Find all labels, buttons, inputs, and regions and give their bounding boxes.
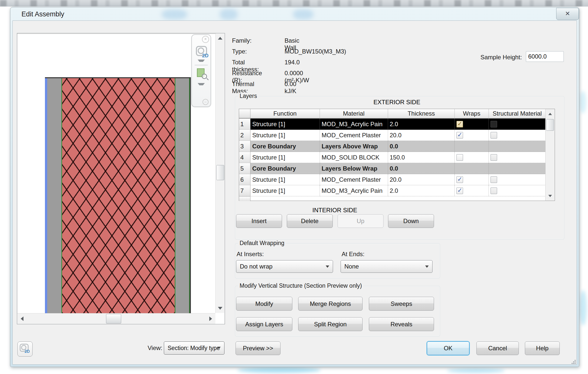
assign-layers-button[interactable]: Assign Layers (236, 317, 292, 331)
type-label: Type: (232, 48, 247, 55)
sample-height-label: Sample Height: (480, 54, 522, 61)
nav-close-icon[interactable]: ✕ (202, 36, 209, 43)
layer-row-5-core-boundary[interactable]: 5 Core Boundary Layers Below Wrap 0.0 (239, 163, 546, 174)
layers-table: Function Material Thickness Wraps Struct… (239, 109, 555, 201)
preview-2d-button[interactable]: 2D (17, 341, 33, 357)
scroll-up-button[interactable] (216, 33, 225, 43)
layer-row-7[interactable]: 7 Structure [1] MOD_M3_Acrylic Pain 2.0 (239, 185, 546, 196)
glass-reflection (162, 9, 187, 19)
ok-button[interactable]: OK (427, 341, 469, 355)
preview-vertical-scrollbar[interactable] (215, 33, 225, 313)
layer-row-3-core-boundary[interactable]: 3 Core Boundary Layers Above Wrap 0.0 (239, 141, 546, 152)
scroll-down-button[interactable] (216, 303, 225, 313)
wall-layer-plaster-right (175, 78, 189, 313)
layer-row-4[interactable]: 4 Structure [1] MOD_SOLID BLOCK 150.0 (239, 152, 546, 163)
preview-horizontal-scrollbar[interactable] (17, 313, 215, 324)
structural-checkbox[interactable] (491, 154, 497, 161)
scroll-left-button[interactable] (17, 313, 27, 324)
ribbon-blur (0, 0, 588, 7)
layer-row-1[interactable]: 1 Structure [1] MOD_M3_Acrylic Pain 2.0 (239, 119, 546, 130)
table-vertical-scrollbar[interactable] (545, 109, 555, 201)
dialog-title: Edit Assembly (21, 10, 64, 18)
edit-assembly-dialog: Edit Assembly ✕ ✕ 2D (10, 7, 579, 367)
close-button[interactable]: ✕ (556, 8, 579, 20)
column-header-structural[interactable]: Structural Material (489, 109, 546, 118)
help-button[interactable]: Help (525, 341, 560, 355)
column-header-wraps[interactable]: Wraps (455, 109, 489, 118)
column-header-material[interactable]: Material (320, 109, 388, 118)
structural-checkbox[interactable] (491, 176, 497, 183)
column-header-thickness[interactable]: Thickness (388, 109, 455, 118)
up-button[interactable]: Up (338, 214, 384, 228)
screen: Edit Assembly ✕ ✕ 2D (0, 0, 588, 374)
background-app-ribbon (0, 0, 588, 7)
total-thickness-value: 194.0 (285, 59, 300, 66)
2d-label: 2D (202, 53, 209, 59)
delete-button[interactable]: Delete (287, 214, 333, 228)
scroll-up-button[interactable] (546, 110, 554, 118)
resize-grip[interactable] (571, 360, 576, 364)
split-region-button[interactable]: Split Region (298, 317, 363, 331)
insert-button[interactable]: Insert (236, 214, 282, 228)
background-blur-blob (580, 290, 587, 326)
background-blur-blob (447, 368, 505, 373)
merge-regions-button[interactable]: Merge Regions (298, 297, 363, 311)
layer-row-2[interactable]: 2 Structure [1] MOD_Cement Plaster 20.0 (239, 130, 546, 141)
view-dropdown[interactable]: Section: Modify type (164, 341, 224, 355)
glass-reflection (220, 9, 238, 20)
zoom-region-icon[interactable] (197, 68, 206, 77)
wraps-checkbox[interactable] (456, 132, 463, 139)
at-ends-dropdown[interactable]: None (341, 260, 432, 273)
scroll-thumb[interactable] (216, 165, 224, 180)
modify-button[interactable]: Modify (236, 297, 292, 311)
wraps-checkbox[interactable] (456, 176, 463, 183)
chevron-down-icon (326, 265, 329, 268)
modify-vertical-label: Modify Vertical Structure (Section Previ… (238, 282, 363, 289)
at-inserts-label: At Inserts: (237, 251, 264, 258)
layers-group-label: Layers (238, 93, 259, 99)
toolbar-divider (195, 65, 208, 65)
chevron-down-icon (425, 265, 429, 268)
wraps-checkbox[interactable] (456, 121, 463, 127)
exterior-side-label: EXTERIOR SIDE (239, 99, 555, 106)
section-preview-panel[interactable]: ✕ 2D – (17, 33, 225, 324)
wheel-dropdown-icon[interactable] (198, 60, 205, 62)
preview-toggle-button[interactable]: Preview >> (236, 341, 280, 355)
layers-table-header: Function Material Thickness Wraps Struct… (239, 109, 546, 119)
wraps-checkbox[interactable] (456, 154, 463, 161)
sweeps-button[interactable]: Sweeps (369, 297, 434, 311)
zoom-dropdown-icon[interactable] (198, 83, 205, 85)
scroll-down-button[interactable] (546, 192, 554, 200)
toolbar-collapse-icon[interactable]: – (202, 99, 209, 105)
down-button[interactable]: Down (388, 214, 434, 228)
column-header-function[interactable]: Function (250, 109, 320, 118)
cancel-button[interactable]: Cancel (476, 341, 519, 355)
chevron-down-icon (217, 347, 221, 349)
at-inserts-dropdown[interactable]: Do not wrap (236, 260, 333, 273)
wall-layer-solid-block (62, 78, 175, 313)
wall-section-drawing (45, 77, 191, 313)
at-ends-label: At Ends: (342, 251, 365, 258)
layer-row-6[interactable]: 6 Structure [1] MOD_Cement Plaster 20.0 (239, 174, 546, 185)
scroll-thumb[interactable] (106, 314, 121, 324)
background-blur-blob (237, 367, 321, 373)
background-blur-blob (580, 91, 586, 114)
glass-reflection (293, 9, 313, 19)
wraps-checkbox[interactable] (456, 188, 463, 194)
wall-layer-edge (190, 78, 191, 313)
wall-layer-membrane (45, 78, 47, 313)
structural-checkbox[interactable] (491, 121, 497, 127)
type-value: MOD_BW150(M3_M3) (285, 48, 346, 55)
reveals-button[interactable]: Reveals (369, 317, 434, 331)
wall-layer-plaster-left (47, 78, 61, 313)
default-wrapping-label: Default Wrapping (238, 240, 286, 247)
scroll-right-button[interactable] (206, 313, 215, 324)
structural-checkbox[interactable] (491, 132, 497, 139)
sample-height-input[interactable] (526, 51, 564, 62)
steering-wheel-2d-icon[interactable]: 2D (196, 46, 207, 56)
structural-checkbox[interactable] (491, 188, 497, 194)
steering-wheel-2d-icon: 2D (20, 344, 28, 351)
close-icon: ✕ (565, 10, 570, 17)
interior-side-label: INTERIOR SIDE (239, 207, 431, 214)
scroll-thumb[interactable] (546, 119, 554, 131)
